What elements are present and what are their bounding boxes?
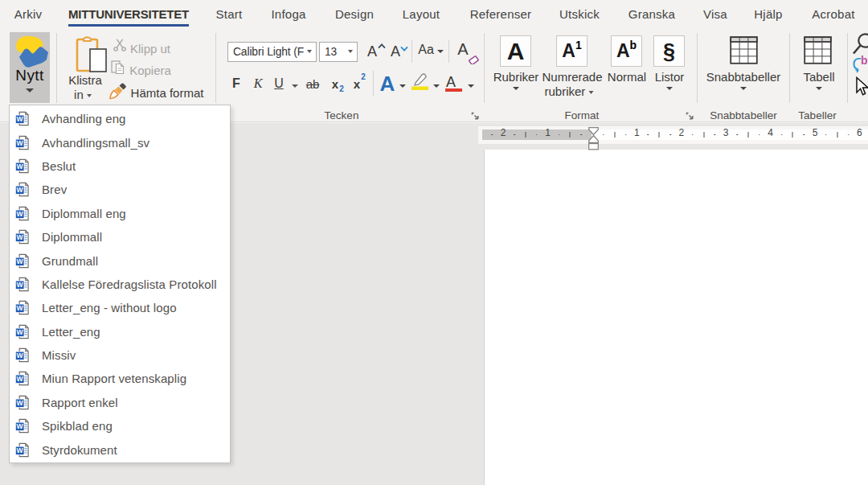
svg-text:b: b — [861, 54, 868, 67]
